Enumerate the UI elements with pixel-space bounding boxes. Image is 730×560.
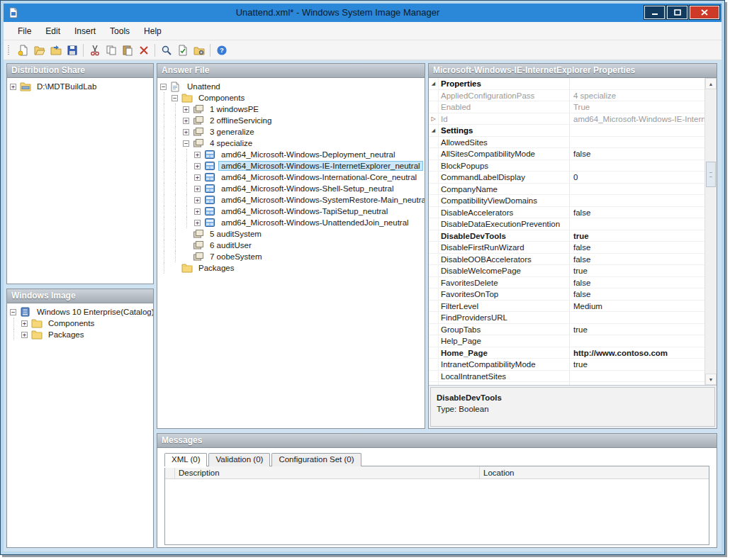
expand-plus-icon[interactable]: + xyxy=(21,320,28,327)
tab-xml-0[interactable]: XML (0) xyxy=(164,453,207,466)
expand-plus-icon[interactable]: + xyxy=(10,84,16,90)
tab-configuration-set-0[interactable]: Configuration Set (0) xyxy=(271,453,361,466)
property-row-filterlevel[interactable]: FilterLevelMedium xyxy=(429,301,704,313)
property-row-id[interactable]: ▷Idamd64_Microsoft-Windows-IE-InternetEx xyxy=(429,113,704,125)
property-row-localintranetsites[interactable]: LocalIntranetSites xyxy=(429,371,704,383)
tree-item-components[interactable]: −Components xyxy=(159,92,423,103)
property-row-favoritesontop[interactable]: FavoritesOnTopfalse xyxy=(429,289,704,301)
section-expanded-icon[interactable]: ◢ xyxy=(429,125,439,136)
property-row-disableaccelerators[interactable]: DisableAcceleratorsfalse xyxy=(429,207,704,219)
expand-plus-icon[interactable]: + xyxy=(21,332,28,338)
tree-item-amd64-microsoft-windows-ie-internetexplore[interactable]: +amd64_Microsoft-Windows-IE-InternetExpl… xyxy=(159,160,423,172)
collapse-minus-icon[interactable]: − xyxy=(160,84,167,90)
property-row-intranetcompatibilitymode[interactable]: IntranetCompatibilityModetrue xyxy=(429,359,704,371)
tree-item-amd64-microsoft-windows-tapisetup-neutral[interactable]: +amd64_Microsoft-Windows-TapiSetup_neutr… xyxy=(159,206,423,217)
copy-icon[interactable] xyxy=(103,42,119,58)
row-gutter xyxy=(429,382,439,386)
tree-item-d-mdtbuildlab[interactable]: +D:\MDTBuildLab xyxy=(9,81,152,92)
property-row-allowedsites[interactable]: AllowedSites xyxy=(429,137,704,149)
help-icon[interactable]: ? xyxy=(213,42,230,58)
expand-plus-icon[interactable]: + xyxy=(194,163,201,169)
tree-item-amd64-microsoft-windows-international-core[interactable]: +amd64_Microsoft-Windows-International-C… xyxy=(159,172,423,183)
tree-item-1-windowspe[interactable]: +1 windowsPE xyxy=(159,103,423,115)
open-icon[interactable] xyxy=(31,42,47,58)
expand-plus-icon[interactable]: + xyxy=(194,174,201,181)
column-header-location[interactable]: Location xyxy=(480,466,709,478)
tree-item-components[interactable]: +Components xyxy=(9,318,152,329)
property-row-companyname[interactable]: CompanyName xyxy=(429,184,704,196)
property-section-settings[interactable]: ◢Settings xyxy=(429,125,704,137)
tree-item-windows-10-enterprise-catalog[interactable]: −Windows 10 Enterprise(Catalog) xyxy=(9,306,152,318)
maximize-button[interactable] xyxy=(667,6,687,19)
tree-item-7-oobesystem[interactable]: 7 oobeSystem xyxy=(159,251,423,262)
tree-item-3-generalize[interactable]: +3 generalize xyxy=(159,126,423,138)
cut-icon[interactable] xyxy=(86,42,103,58)
tree-item-4-specialize[interactable]: −4 specialize xyxy=(159,138,423,149)
create-config-icon[interactable] xyxy=(191,42,207,58)
save-icon[interactable] xyxy=(64,42,80,58)
property-row-blockpopups[interactable]: BlockPopups xyxy=(429,160,704,172)
property-row-findprovidersurl[interactable]: FindProvidersURL xyxy=(429,312,704,324)
open-share-icon[interactable] xyxy=(47,42,64,58)
minimize-button[interactable] xyxy=(644,6,665,19)
paste-icon[interactable] xyxy=(119,42,135,58)
menu-item-file[interactable]: File xyxy=(11,23,38,39)
property-row-favoritesdelete[interactable]: FavoritesDeletefalse xyxy=(429,277,704,289)
property-row-disableoobaccelerators[interactable]: DisableOOBAcceleratorsfalse xyxy=(429,254,704,266)
expand-plus-icon[interactable]: + xyxy=(194,186,201,192)
expand-plus-icon[interactable]: + xyxy=(194,152,201,158)
properties-scrollbar[interactable]: ▲ ▼ xyxy=(704,78,717,385)
property-row-allsitescompatibilitymode[interactable]: AllSitesCompatibilityModefalse xyxy=(429,148,704,160)
column-header-description[interactable]: Description xyxy=(175,466,480,478)
tree-item-2-offlineservicing[interactable]: +2 offlineServicing xyxy=(159,115,423,126)
expand-plus-icon[interactable]: + xyxy=(183,118,189,124)
expand-plus-icon[interactable]: + xyxy=(194,208,201,215)
tree-item-amd64-microsoft-windows-systemrestore-main[interactable]: +amd64_Microsoft-Windows-SystemRestore-M… xyxy=(159,194,423,206)
property-row-disabledataexecutionprevention[interactable]: DisableDataExecutionPrevention xyxy=(429,218,704,230)
scroll-down-icon[interactable]: ▼ xyxy=(705,374,717,385)
find-icon[interactable] xyxy=(158,42,174,58)
property-row-enabled[interactable]: EnabledTrue xyxy=(429,101,704,113)
property-row-help-page[interactable]: Help_Page xyxy=(429,335,704,347)
property-row-disabledevtools[interactable]: DisableDevToolstrue xyxy=(429,230,704,242)
property-row-grouptabs[interactable]: GroupTabstrue xyxy=(429,324,704,336)
title-bar[interactable]: Unattend.xml* - Windows System Image Man… xyxy=(4,4,721,22)
delete-icon[interactable] xyxy=(135,42,152,58)
collapse-minus-icon[interactable]: − xyxy=(183,140,189,147)
validate-icon[interactable] xyxy=(174,42,191,58)
property-row-compatibilityviewdomains[interactable]: CompatibilityViewDomains xyxy=(429,195,704,207)
property-row-disablewelcomepage[interactable]: DisableWelcomePagetrue xyxy=(429,265,704,277)
menu-item-help[interactable]: Help xyxy=(137,23,169,39)
expand-plus-icon[interactable]: + xyxy=(183,106,189,113)
collapse-minus-icon[interactable]: − xyxy=(10,309,16,315)
tree-item-packages[interactable]: Packages xyxy=(159,262,423,274)
expand-plus-icon[interactable]: + xyxy=(194,220,201,226)
property-row-commandlabeldisplay[interactable]: CommandLabelDisplay0 xyxy=(429,172,704,184)
property-row-locktoolbars[interactable]: LockToolbarsfalse xyxy=(429,382,704,386)
scroll-up-icon[interactable]: ▲ xyxy=(705,78,717,89)
expand-plus-icon[interactable]: + xyxy=(183,129,189,135)
toolbar-grip-handle[interactable] xyxy=(8,45,9,55)
tab-validation-0[interactable]: Validation (0) xyxy=(208,453,270,466)
property-row-home-page[interactable]: Home_Pagehttp://www.contoso.com xyxy=(429,347,704,359)
property-section-properties[interactable]: ◢Properties xyxy=(429,78,704,90)
tree-item-packages[interactable]: +Packages xyxy=(9,329,152,340)
property-row-appliedconfigurationpass[interactable]: AppliedConfigurationPass4 specialize xyxy=(429,90,704,102)
expand-plus-icon[interactable]: + xyxy=(194,197,201,203)
menu-item-tools[interactable]: Tools xyxy=(103,23,137,39)
property-row-disablefirstrunwizard[interactable]: DisableFirstRunWizardfalse xyxy=(429,242,704,254)
tree-item-5-auditsystem[interactable]: 5 auditSystem xyxy=(159,228,423,240)
new-icon[interactable] xyxy=(15,42,31,58)
tree-item-6-audituser[interactable]: 6 auditUser xyxy=(159,240,423,251)
tree-item-amd64-microsoft-windows-unattendedjoin-neu[interactable]: +amd64_Microsoft-Windows-UnattendedJoin_… xyxy=(159,217,423,228)
section-expanded-icon[interactable]: ◢ xyxy=(429,78,439,89)
expand-arrow-icon[interactable]: ▷ xyxy=(429,113,439,125)
menu-item-edit[interactable]: Edit xyxy=(38,23,67,39)
close-button[interactable] xyxy=(690,6,719,19)
collapse-minus-icon[interactable]: − xyxy=(172,95,178,101)
menu-item-insert[interactable]: Insert xyxy=(67,23,103,39)
tree-item-amd64-microsoft-windows-deployment-neutral[interactable]: +amd64_Microsoft-Windows-Deployment_neut… xyxy=(159,149,423,160)
tree-item-unattend[interactable]: −Unattend xyxy=(159,81,423,92)
scrollbar-thumb[interactable] xyxy=(706,162,716,187)
tree-item-amd64-microsoft-windows-shell-setup-neutra[interactable]: +amd64_Microsoft-Windows-Shell-Setup_neu… xyxy=(159,183,423,194)
